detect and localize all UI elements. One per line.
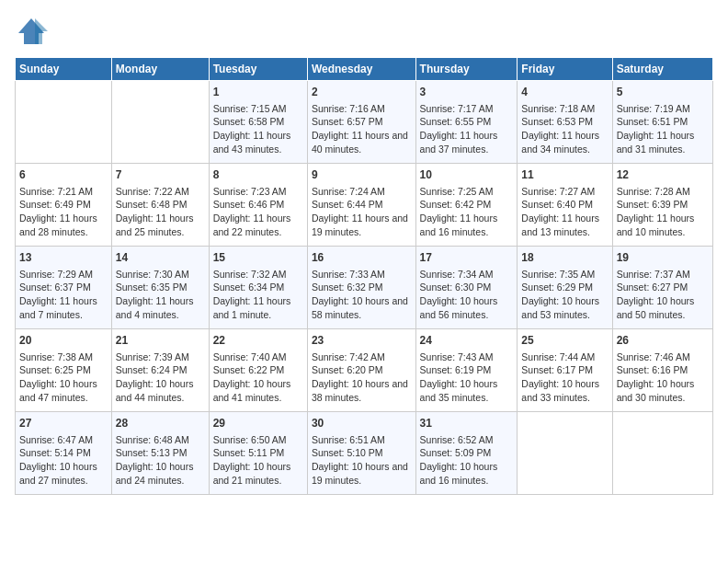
day-info-line: Daylight: 11 hours and 22 minutes. [213, 212, 303, 238]
day-info-line: Sunrise: 6:48 AM [116, 433, 205, 447]
calendar-header: SundayMondayTuesdayWednesdayThursdayFrid… [16, 58, 713, 81]
day-info-line: Daylight: 10 hours and 33 minutes. [521, 377, 608, 404]
calendar-day-cell: 4Sunrise: 7:18 AMSunset: 6:53 PMDaylight… [518, 81, 612, 164]
day-number: 8 [213, 167, 303, 183]
day-info-line: Sunset: 6:27 PM [617, 281, 709, 294]
day-info-line: Sunset: 5:13 PM [116, 446, 205, 460]
day-info-line: Daylight: 10 hours and 21 minutes. [213, 460, 303, 487]
day-info-line: Daylight: 10 hours and 47 minutes. [19, 377, 108, 404]
day-number: 2 [312, 85, 412, 100]
day-info-line: Sunrise: 7:21 AM [19, 185, 108, 199]
calendar-day-cell: 13Sunrise: 7:29 AMSunset: 6:37 PMDayligh… [16, 247, 112, 329]
weekday-header: Sunday [16, 58, 112, 81]
day-info-line: Sunrise: 7:17 AM [420, 102, 514, 116]
day-info-line: Sunrise: 7:42 AM [312, 350, 412, 364]
calendar-day-cell: 24Sunrise: 7:43 AMSunset: 6:19 PMDayligh… [415, 329, 518, 412]
day-info-line: Daylight: 10 hours and 50 minutes. [617, 294, 709, 321]
day-info-line: Sunset: 6:37 PM [19, 281, 108, 294]
calendar-day-cell: 8Sunrise: 7:23 AMSunset: 6:46 PMDaylight… [209, 164, 307, 247]
day-info-line: Sunrise: 7:40 AM [213, 350, 303, 364]
day-info-line: Sunrise: 6:50 AM [213, 433, 303, 447]
day-info-line: Sunset: 5:11 PM [213, 446, 303, 460]
day-info-line: Daylight: 11 hours and 13 minutes. [521, 212, 608, 238]
day-info-line: Sunset: 6:42 PM [420, 198, 514, 212]
day-number: 23 [312, 333, 412, 349]
calendar-day-cell: 15Sunrise: 7:32 AMSunset: 6:34 PMDayligh… [209, 247, 307, 329]
calendar-week-row: 27Sunrise: 6:47 AMSunset: 5:14 PMDayligh… [16, 412, 713, 495]
day-info-line: Daylight: 11 hours and 28 minutes. [19, 212, 108, 238]
day-number: 26 [617, 333, 709, 349]
day-info-line: Sunset: 6:44 PM [312, 198, 412, 212]
day-info-line: Sunrise: 7:24 AM [312, 185, 412, 199]
day-info-line: Daylight: 11 hours and 10 minutes. [617, 212, 709, 238]
day-info-line: Sunrise: 7:23 AM [213, 185, 303, 199]
calendar-week-row: 13Sunrise: 7:29 AMSunset: 6:37 PMDayligh… [16, 247, 713, 329]
day-number: 18 [521, 250, 608, 266]
calendar-day-cell: 14Sunrise: 7:30 AMSunset: 6:35 PMDayligh… [111, 247, 209, 329]
calendar-day-cell: 18Sunrise: 7:35 AMSunset: 6:29 PMDayligh… [518, 247, 612, 329]
day-number: 27 [19, 416, 108, 431]
day-info-line: Sunset: 6:17 PM [521, 363, 608, 377]
day-info-line: Daylight: 10 hours and 35 minutes. [420, 377, 514, 404]
day-info-line: Sunset: 6:58 PM [213, 115, 303, 129]
logo [15, 15, 51, 48]
day-info-line: Sunset: 6:39 PM [617, 198, 709, 212]
day-info-line: Sunset: 6:53 PM [521, 115, 608, 129]
day-info-line: Sunset: 6:55 PM [420, 115, 514, 129]
day-number: 25 [521, 333, 608, 349]
calendar-week-row: 20Sunrise: 7:38 AMSunset: 6:25 PMDayligh… [16, 329, 713, 412]
day-info-line: Daylight: 11 hours and 40 minutes. [312, 129, 412, 155]
day-number: 12 [617, 167, 709, 183]
day-info-line: Sunrise: 7:38 AM [19, 350, 108, 364]
weekday-header: Thursday [415, 58, 518, 81]
day-info-line: Daylight: 10 hours and 19 minutes. [312, 460, 412, 487]
day-number: 3 [420, 85, 514, 100]
day-number: 1 [213, 85, 303, 100]
day-info-line: Daylight: 10 hours and 30 minutes. [617, 377, 709, 404]
day-number: 17 [420, 250, 514, 266]
day-info-line: Sunset: 6:49 PM [19, 198, 108, 212]
calendar-day-cell: 10Sunrise: 7:25 AMSunset: 6:42 PMDayligh… [415, 164, 518, 247]
day-number: 13 [19, 250, 108, 266]
calendar-day-cell: 12Sunrise: 7:28 AMSunset: 6:39 PMDayligh… [612, 164, 712, 247]
calendar-day-cell: 27Sunrise: 6:47 AMSunset: 5:14 PMDayligh… [16, 412, 112, 495]
day-number: 15 [213, 250, 303, 266]
day-info-line: Sunrise: 7:39 AM [116, 350, 205, 364]
calendar-day-cell: 28Sunrise: 6:48 AMSunset: 5:13 PMDayligh… [111, 412, 209, 495]
calendar-day-cell: 25Sunrise: 7:44 AMSunset: 6:17 PMDayligh… [518, 329, 612, 412]
day-info-line: Daylight: 11 hours and 34 minutes. [521, 129, 608, 155]
calendar-day-cell [16, 81, 112, 164]
day-info-line: Sunrise: 6:47 AM [19, 433, 108, 447]
day-info-line: Sunrise: 7:15 AM [213, 102, 303, 116]
day-info-line: Sunrise: 7:43 AM [420, 350, 514, 364]
day-number: 20 [19, 333, 108, 349]
page-header [15, 15, 713, 48]
logo-icon [15, 15, 48, 48]
day-info-line: Sunset: 5:14 PM [19, 446, 108, 460]
calendar-day-cell: 2Sunrise: 7:16 AMSunset: 6:57 PMDaylight… [307, 81, 415, 164]
calendar-day-cell: 9Sunrise: 7:24 AMSunset: 6:44 PMDaylight… [307, 164, 415, 247]
day-info-line: Sunset: 5:09 PM [420, 446, 514, 460]
day-number: 29 [213, 416, 303, 431]
calendar-day-cell [612, 412, 712, 495]
calendar-day-cell: 6Sunrise: 7:21 AMSunset: 6:49 PMDaylight… [16, 164, 112, 247]
day-number: 5 [617, 85, 709, 100]
svg-marker-2 [35, 18, 48, 44]
calendar-day-cell: 30Sunrise: 6:51 AMSunset: 5:10 PMDayligh… [307, 412, 415, 495]
day-info-line: Sunset: 6:48 PM [116, 198, 205, 212]
calendar-day-cell: 7Sunrise: 7:22 AMSunset: 6:48 PMDaylight… [111, 164, 209, 247]
day-number: 14 [116, 250, 205, 266]
day-info-line: Sunrise: 7:33 AM [312, 268, 412, 282]
day-info-line: Daylight: 10 hours and 41 minutes. [213, 377, 303, 404]
day-info-line: Daylight: 11 hours and 1 minute. [213, 294, 303, 321]
day-info-line: Sunset: 6:35 PM [116, 281, 205, 294]
day-info-line: Sunset: 6:40 PM [521, 198, 608, 212]
day-info-line: Sunset: 6:57 PM [312, 115, 412, 129]
weekday-header: Friday [518, 58, 612, 81]
day-number: 16 [312, 250, 412, 266]
calendar-day-cell: 26Sunrise: 7:46 AMSunset: 6:16 PMDayligh… [612, 329, 712, 412]
weekday-header: Saturday [612, 58, 712, 81]
day-info-line: Sunrise: 7:25 AM [420, 185, 514, 199]
calendar-week-row: 1Sunrise: 7:15 AMSunset: 6:58 PMDaylight… [16, 81, 713, 164]
day-info-line: Daylight: 10 hours and 16 minutes. [420, 460, 514, 487]
